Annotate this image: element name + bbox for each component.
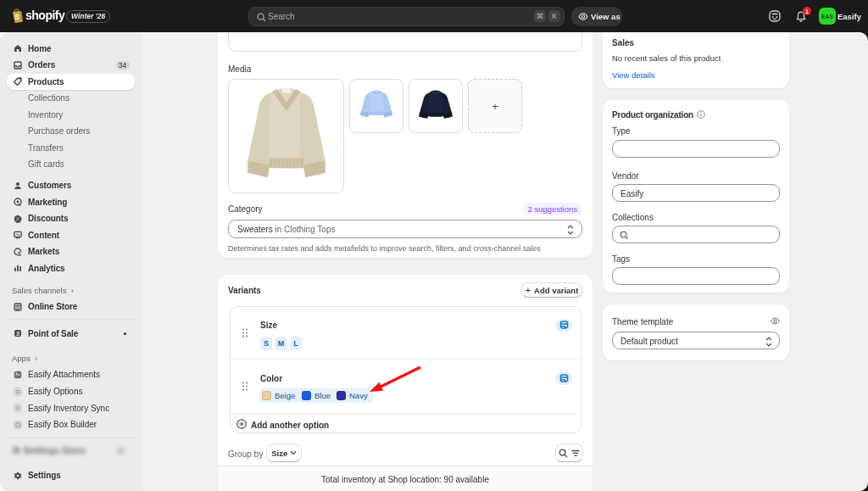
svg-text:$: $ — [18, 251, 21, 256]
svg-text:S: S — [14, 13, 19, 21]
